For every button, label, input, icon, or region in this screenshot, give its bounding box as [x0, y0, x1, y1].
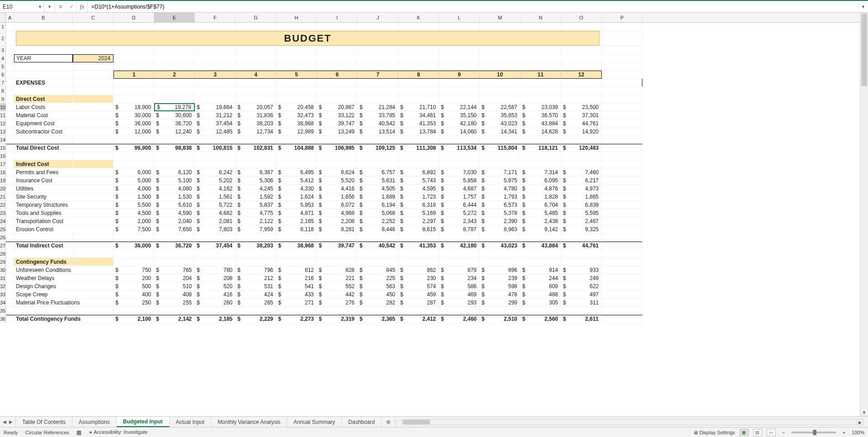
cell-D16[interactable]	[113, 152, 154, 160]
cell-F26[interactable]	[195, 233, 236, 242]
cell-A25[interactable]	[6, 225, 14, 233]
sheet-tab-dashboard[interactable]: Dashboard	[342, 417, 382, 427]
cell-J27[interactable]: 40,542	[358, 242, 398, 250]
cell-P35[interactable]	[602, 307, 642, 315]
sheet-tab-actual-input[interactable]: Actual Input	[170, 417, 211, 427]
sheet-tab-budgeted-input[interactable]: Budgeted Input	[117, 417, 170, 427]
cell-O18[interactable]: 7,460	[561, 168, 602, 176]
cell-I8[interactable]	[317, 87, 358, 95]
cell-M34[interactable]: 299	[480, 299, 520, 307]
zoom-out-button[interactable]: −	[780, 430, 787, 435]
cell-J22[interactable]: 6,194	[358, 201, 398, 209]
cell-P10[interactable]	[602, 103, 642, 111]
cell-N21[interactable]: 1,828	[520, 193, 561, 201]
cell-L7[interactable]	[439, 79, 480, 87]
cell-K22[interactable]: 6,318	[398, 201, 439, 209]
cell-H26[interactable]	[276, 233, 317, 242]
cell-D19[interactable]: 5,000	[113, 176, 154, 185]
cell-K31[interactable]: 230	[398, 274, 439, 282]
cell-D13[interactable]: 12,000	[113, 128, 154, 136]
cell-F36[interactable]: 2,185	[195, 315, 236, 323]
row-label[interactable]: Design Changes	[14, 282, 113, 290]
cell-A26[interactable]	[6, 233, 14, 242]
cell-K20[interactable]: 4,595	[398, 185, 439, 193]
cell-L24[interactable]: 2,343	[439, 217, 480, 225]
cell-A4[interactable]	[6, 54, 14, 62]
cell-C8[interactable]	[73, 87, 113, 95]
cell-D32[interactable]: 500	[113, 282, 154, 290]
cell-I18[interactable]: 6,624	[317, 168, 358, 176]
row-label[interactable]: Site Security	[14, 193, 113, 201]
cell-E19[interactable]: 5,100	[154, 176, 195, 185]
cell-E26[interactable]	[154, 233, 195, 242]
cell-E27[interactable]: 36,720	[154, 242, 195, 250]
cell-I33[interactable]: 442	[317, 290, 358, 299]
cell-G16[interactable]	[236, 152, 276, 160]
cell-L19[interactable]: 5,858	[439, 176, 480, 185]
cell-D34[interactable]: 250	[113, 299, 154, 307]
cell-P13[interactable]	[602, 128, 642, 136]
cell-K12[interactable]: 41,353	[398, 119, 439, 128]
column-header-B[interactable]: B	[14, 13, 73, 22]
cell-E10[interactable]: 19,278	[154, 103, 195, 111]
cell-I25[interactable]: 8,281	[317, 225, 358, 233]
row-header-22[interactable]: 22	[0, 201, 6, 209]
cell-K23[interactable]: 5,169	[398, 209, 439, 217]
scroll-down-icon[interactable]: ▼	[860, 409, 868, 416]
cell-B3[interactable]	[14, 46, 73, 54]
cell-H31[interactable]: 216	[276, 274, 317, 282]
cell-F27[interactable]: 37,454	[195, 242, 236, 250]
cell-P19[interactable]	[602, 176, 642, 185]
cell-J20[interactable]: 4,505	[358, 185, 398, 193]
cell-F33[interactable]: 416	[195, 290, 236, 299]
row-header-9[interactable]: 9	[0, 95, 6, 103]
cell-A15[interactable]	[6, 144, 14, 152]
cell-B1[interactable]	[14, 23, 73, 31]
cell-E20[interactable]: 4,080	[154, 185, 195, 193]
cell-I23[interactable]: 4,968	[317, 209, 358, 217]
cell-O19[interactable]: 6,217	[561, 176, 602, 185]
scroll-right-icon[interactable]: ▶	[856, 419, 863, 426]
row-header-2[interactable]: 2	[0, 31, 6, 46]
cell-N14[interactable]	[520, 136, 561, 144]
sheet-tab-table-of-contents[interactable]: Table Of Contents	[16, 417, 72, 427]
cell-I24[interactable]: 2,208	[317, 217, 358, 225]
cell-L17[interactable]	[439, 160, 480, 168]
cell-H8[interactable]	[276, 87, 317, 95]
cell-J24[interactable]: 2,252	[358, 217, 398, 225]
zoom-level[interactable]: 100%	[852, 430, 864, 435]
cell-C26[interactable]	[73, 233, 113, 242]
cell-F21[interactable]: 1,561	[195, 193, 236, 201]
cell-E15[interactable]: 98,838	[154, 144, 195, 152]
cell-K25[interactable]: 8,615	[398, 225, 439, 233]
cell-M21[interactable]: 1,793	[480, 193, 520, 201]
month-header-9[interactable]: 9	[439, 71, 480, 79]
cell-P1[interactable]	[602, 23, 642, 31]
cell-D20[interactable]: 4,000	[113, 185, 154, 193]
cell-H22[interactable]: 5,953	[276, 201, 317, 209]
cell-F9[interactable]	[195, 95, 236, 103]
row-header-12[interactable]: 12	[0, 119, 6, 128]
cell-I26[interactable]	[317, 233, 358, 242]
row-label[interactable]: Scope Creep	[14, 290, 113, 299]
cell-K9[interactable]	[398, 95, 439, 103]
cell-F5[interactable]	[195, 62, 236, 71]
cell-C3[interactable]	[73, 46, 113, 54]
cell-F30[interactable]: 780	[195, 266, 236, 274]
cell-M12[interactable]: 43,023	[480, 119, 520, 128]
cell-I4[interactable]	[317, 54, 358, 62]
row-header-31[interactable]: 31	[0, 274, 6, 282]
cell-O25[interactable]: 9,325	[561, 225, 602, 233]
cell-H9[interactable]	[276, 95, 317, 103]
cell-A34[interactable]	[6, 299, 14, 307]
cell-N29[interactable]	[520, 258, 561, 266]
cell-D11[interactable]: 30,000	[113, 111, 154, 119]
row-label[interactable]: Tools and Supplies	[14, 209, 113, 217]
month-header-6[interactable]: 6	[317, 71, 358, 79]
cell-O31[interactable]: 249	[561, 274, 602, 282]
cell-J11[interactable]: 33,785	[358, 111, 398, 119]
cell-G35[interactable]	[236, 307, 276, 315]
cell-E14[interactable]	[154, 136, 195, 144]
row-header-3[interactable]: 3	[0, 46, 6, 54]
cell-M28[interactable]	[480, 250, 520, 258]
